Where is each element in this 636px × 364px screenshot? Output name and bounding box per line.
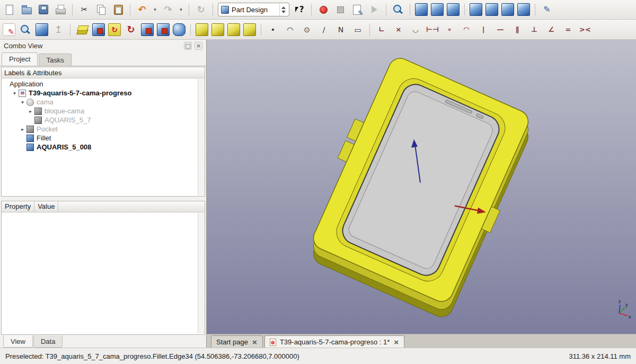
tab-tasks[interactable]: Tasks bbox=[39, 54, 71, 66]
tree-scrollbar[interactable] bbox=[198, 79, 205, 196]
view-axonometric-button[interactable] bbox=[415, 3, 428, 16]
combo-view-title: Combo View bbox=[4, 42, 42, 50]
3d-scene[interactable]: z y x bbox=[207, 40, 636, 334]
save-button[interactable] bbox=[37, 3, 50, 16]
fit-all-button[interactable] bbox=[391, 3, 405, 16]
view-right-button[interactable] bbox=[470, 3, 482, 16]
chamfer-button[interactable] bbox=[141, 23, 154, 36]
view-left-button[interactable] bbox=[517, 3, 530, 16]
view-rear-button[interactable] bbox=[485, 3, 498, 16]
sketch-polyline-button[interactable]: N bbox=[334, 23, 348, 37]
constraint-angle-button[interactable]: ∠ bbox=[544, 23, 558, 37]
constraint-symmetric-button[interactable]: >< bbox=[578, 23, 592, 37]
expander-icon[interactable]: ▾ bbox=[12, 91, 17, 96]
constraint-distance-button[interactable]: ⊢⊣ bbox=[426, 23, 439, 37]
workbench-selector[interactable]: Part Design bbox=[218, 3, 289, 16]
pocket-button[interactable] bbox=[92, 23, 105, 36]
tree-item-document[interactable]: ▾ T39-aquaris-5-7-cama-progreso bbox=[2, 88, 205, 97]
constraint-horizontal-button[interactable]: — bbox=[493, 23, 507, 37]
column-property[interactable]: Property bbox=[2, 201, 34, 212]
sketch-arc-button[interactable]: ◠ bbox=[283, 23, 297, 37]
draft-button[interactable] bbox=[157, 23, 170, 36]
redo-button[interactable]: ↷ bbox=[161, 3, 175, 16]
fillet-button[interactable] bbox=[173, 23, 186, 36]
constraint-vertical-button[interactable]: | bbox=[476, 23, 490, 37]
close-icon[interactable]: × bbox=[393, 338, 399, 346]
paste-button[interactable] bbox=[111, 3, 125, 16]
macro-record-button[interactable] bbox=[316, 3, 330, 16]
constraint-perpendicular-button[interactable]: ⊥ bbox=[527, 23, 541, 37]
tab-data[interactable]: Data bbox=[33, 335, 63, 348]
macro-play-button[interactable] bbox=[367, 3, 381, 16]
sketch-leave-button[interactable]: ↥ bbox=[51, 23, 65, 37]
constraint-tangent-button[interactable]: ◡ bbox=[409, 23, 422, 37]
panel-splitter[interactable] bbox=[0, 197, 206, 201]
sketch-circle-button[interactable]: ⊙ bbox=[300, 23, 314, 37]
macro-edit-button[interactable]: ✎ bbox=[350, 3, 364, 16]
sketch-map-button[interactable] bbox=[36, 23, 48, 36]
linear-pattern-button[interactable] bbox=[211, 23, 224, 36]
tree-item-aquaris-5-7[interactable]: AQUARIS_5_7 bbox=[2, 116, 205, 125]
cut-button[interactable]: ✂ bbox=[77, 3, 91, 16]
constraint-radius-button[interactable]: ◠ bbox=[460, 23, 473, 37]
polar-pattern-button[interactable] bbox=[227, 23, 240, 36]
tab-view[interactable]: View bbox=[3, 335, 33, 348]
tree-item-fillet[interactable]: Fillet bbox=[2, 134, 205, 143]
copy-button[interactable] bbox=[94, 3, 108, 16]
sketch-rectangle-button[interactable]: ▭ bbox=[351, 23, 365, 37]
tree-item-bloque-cama[interactable]: ▸ bloque-cama bbox=[2, 106, 205, 116]
new-document-button[interactable] bbox=[3, 3, 16, 16]
macro-stop-button[interactable] bbox=[333, 3, 347, 16]
sketch-line-button[interactable]: / bbox=[317, 23, 331, 37]
open-button[interactable] bbox=[20, 3, 33, 16]
tab-project[interactable]: Project bbox=[2, 52, 38, 66]
view-top-button[interactable] bbox=[447, 3, 460, 16]
measure-button[interactable]: ✎ bbox=[540, 3, 554, 16]
freecad-window: ✂↶▾↷▾↻ Part Design ?✎✎ ✎↥↻↻•◠⊙/N▭∟×◡⊢⊣∘◠… bbox=[0, 0, 636, 364]
undo-dropdown[interactable]: ▾ bbox=[152, 3, 158, 16]
sketch-view-button[interactable] bbox=[19, 23, 32, 37]
view-bottom-button[interactable] bbox=[501, 3, 514, 16]
property-scrollbar[interactable] bbox=[198, 213, 205, 334]
tree-item-application[interactable]: Application bbox=[2, 79, 205, 88]
tree-item-label: Fillet bbox=[37, 134, 51, 142]
spin-up-icon[interactable] bbox=[281, 6, 286, 9]
print-button[interactable] bbox=[54, 3, 67, 16]
constraint-point-on-object-button[interactable]: ∘ bbox=[443, 23, 456, 37]
property-body[interactable] bbox=[2, 212, 205, 334]
property-mode-tabs: ViewData bbox=[0, 335, 206, 348]
tab-document[interactable]: T39-aquaris-5-7-cama-progreso : 1* × bbox=[264, 335, 404, 348]
tab-start-page[interactable]: Start page × bbox=[211, 335, 263, 348]
redo-dropdown[interactable]: ▾ bbox=[178, 3, 184, 16]
column-value[interactable]: Value bbox=[34, 201, 58, 212]
constraint-parallel-button[interactable]: ∥ bbox=[510, 23, 524, 37]
mirrored-button[interactable] bbox=[196, 23, 208, 36]
tree-item-aquaris-5-008[interactable]: AQUARIS_5_008 bbox=[2, 143, 205, 152]
close-icon[interactable]: × bbox=[252, 338, 258, 346]
constraint-equal-button[interactable]: = bbox=[561, 23, 575, 37]
undo-button[interactable]: ↶ bbox=[135, 3, 149, 16]
3d-viewport[interactable]: z y x bbox=[207, 40, 636, 334]
view-front-button[interactable] bbox=[431, 3, 444, 16]
constraint-block-button[interactable]: × bbox=[392, 23, 405, 37]
pad-button[interactable] bbox=[75, 23, 89, 37]
constraint-coincident-button[interactable]: ∟ bbox=[375, 23, 388, 37]
panel-float-button[interactable]: □ bbox=[184, 42, 192, 50]
combo-view-titlebar[interactable]: Combo View □× bbox=[0, 40, 206, 51]
revolution-button[interactable]: ↻ bbox=[108, 23, 121, 36]
whats-this-button[interactable]: ? bbox=[293, 3, 306, 16]
sketch-point-button[interactable]: • bbox=[266, 23, 280, 37]
workbench-spinner[interactable] bbox=[279, 4, 287, 15]
refresh-button[interactable]: ↻ bbox=[194, 3, 208, 16]
groove-button[interactable]: ↻ bbox=[124, 23, 138, 37]
tree-item-pocket[interactable]: ▸ Pocket bbox=[2, 125, 205, 134]
expander-icon[interactable]: ▸ bbox=[28, 109, 33, 114]
sketch-new-button[interactable]: ✎ bbox=[3, 23, 15, 36]
expander-icon[interactable]: ▾ bbox=[20, 100, 25, 105]
multi-transform-button[interactable] bbox=[243, 23, 256, 36]
tree-item-cama[interactable]: ▾ cama bbox=[2, 97, 205, 106]
panel-close-button[interactable]: × bbox=[195, 42, 202, 50]
spin-down-icon[interactable] bbox=[281, 11, 286, 13]
expander-icon[interactable]: ▸ bbox=[20, 127, 25, 132]
mdi-tabbar: Start page × T39-aquaris-5-7-cama-progre… bbox=[207, 334, 636, 348]
